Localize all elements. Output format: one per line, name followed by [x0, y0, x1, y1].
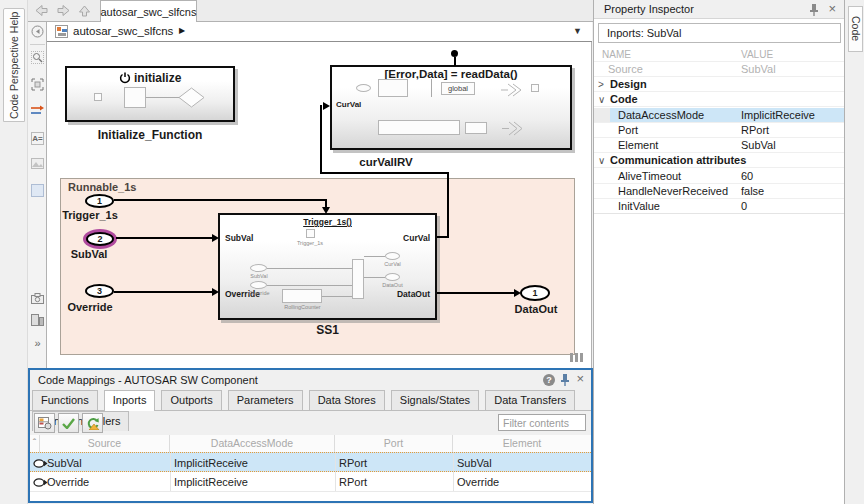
- prop-value[interactable]: SubVal: [741, 138, 776, 153]
- tab-data-stores[interactable]: Data Stores: [309, 390, 385, 410]
- chevron-down-icon[interactable]: ∨: [598, 153, 605, 168]
- code-tab[interactable]: Code: [848, 6, 863, 52]
- chevron-down-icon[interactable]: ∨: [598, 92, 605, 107]
- filter-contents-input[interactable]: [498, 414, 586, 431]
- tab-inports[interactable]: Inports: [104, 390, 156, 411]
- ss1-label: SS1: [218, 323, 437, 337]
- zoom-icon[interactable]: [31, 51, 44, 64]
- canvas-resize-grip[interactable]: [570, 352, 585, 364]
- name-column-header: NAME: [602, 47, 631, 62]
- readdata-block[interactable]: [Error,Data] = readData() CurVal global: [330, 65, 572, 150]
- signal-routing-icon[interactable]: [31, 105, 44, 118]
- toolbar-overflow-icon[interactable]: »: [31, 337, 44, 350]
- column-header-port[interactable]: Port: [335, 435, 453, 452]
- table-row-subval[interactable]: SubVal ImplicitReceive RPort SubVal: [30, 452, 591, 472]
- tab-functions[interactable]: Functions: [32, 390, 98, 410]
- validate-icon[interactable]: [58, 413, 79, 433]
- column-header-source[interactable]: Source: [40, 435, 170, 452]
- section-label: Code: [610, 92, 638, 107]
- inport-3[interactable]: 3: [85, 284, 114, 298]
- pi-section-design[interactable]: > Design: [594, 77, 844, 92]
- close-icon[interactable]: ×: [828, 2, 836, 15]
- fit-to-view-icon[interactable]: [31, 78, 44, 91]
- close-icon[interactable]: ×: [576, 372, 584, 385]
- signal-subval[interactable]: [116, 237, 212, 239]
- readdata-inner-block1: [378, 79, 408, 97]
- pi-row-element[interactable]: Element SubVal: [594, 138, 844, 153]
- forward-icon[interactable]: [56, 4, 71, 17]
- ss1-mini-curval: [385, 252, 400, 260]
- image-icon[interactable]: [31, 158, 44, 171]
- pi-row-alivetimeout[interactable]: AliveTimeout 60: [594, 169, 844, 184]
- pi-row-initvalue[interactable]: InitValue 0: [594, 199, 844, 214]
- prop-value[interactable]: ImplicitReceive: [741, 108, 815, 123]
- property-inspector-title: Property Inspector: [604, 3, 694, 15]
- pi-row-handleneverreceived[interactable]: HandleNeverReceived false: [594, 184, 844, 199]
- breadcrumb-model-name[interactable]: autosar_swc_slfcns: [73, 25, 173, 37]
- code-perspective-help-label: Code Perspective Help: [8, 11, 20, 118]
- screenshot-icon[interactable]: [31, 293, 44, 306]
- signal-curvalirv-4[interactable]: [320, 105, 322, 173]
- readdata-inner-block3: [465, 122, 487, 134]
- ss1-port-subval: SubVal: [225, 233, 253, 243]
- ss1-block[interactable]: Trigger_1s() Trigger_1s SubVal Override …: [218, 213, 437, 320]
- readdata-inner-square: [531, 84, 539, 92]
- pi-row-port[interactable]: Port RPort: [594, 123, 844, 138]
- table-row-override[interactable]: Override ImplicitReceive RPort Override: [30, 472, 591, 492]
- help-icon[interactable]: ?: [543, 374, 555, 386]
- model-canvas[interactable]: initialize Initialize_Function [Error,Da…: [47, 42, 592, 368]
- signal-curvalirv-2[interactable]: [447, 172, 449, 238]
- column-header-element[interactable]: Element: [453, 435, 591, 452]
- pin-icon[interactable]: [809, 3, 819, 16]
- tab-outports[interactable]: Outports: [161, 390, 221, 410]
- sort-column-header[interactable]: ˆ: [30, 435, 40, 452]
- ss1-mini-rollingcounter: [282, 289, 322, 303]
- tab-autosar-swc-slfcns[interactable]: autosar_swc_slfcns: [100, 0, 197, 22]
- breadcrumb-expand-icon[interactable]: ▶: [179, 26, 185, 35]
- update-code-mappings-icon[interactable]: [34, 413, 55, 433]
- outport-dataout[interactable]: 1: [520, 285, 550, 301]
- inport-1[interactable]: 1: [85, 194, 114, 208]
- prop-value[interactable]: 0: [741, 199, 747, 214]
- terminator-line[interactable]: [454, 57, 456, 66]
- viewmarks-icon[interactable]: [31, 314, 44, 327]
- signal-curvalirv-3[interactable]: [320, 172, 449, 174]
- pin-icon[interactable]: [560, 373, 570, 386]
- refresh-warning-icon[interactable]: [82, 413, 103, 433]
- code-perspective-help-tab[interactable]: Code Perspective Help: [3, 8, 25, 122]
- tab-data-transfers[interactable]: Data Transfers: [485, 390, 575, 410]
- signal-dataout-arrow: [514, 289, 521, 297]
- annotation-icon[interactable]: A=: [31, 132, 44, 145]
- pi-section-code[interactable]: ∨ Code: [594, 92, 844, 107]
- up-icon[interactable]: [78, 4, 91, 18]
- prop-value[interactable]: 60: [741, 169, 753, 184]
- prop-name: InitValue: [618, 199, 660, 214]
- chevron-right-icon[interactable]: >: [598, 77, 604, 92]
- initialize-function-label: Initialize_Function: [65, 128, 235, 142]
- prop-value[interactable]: RPort: [741, 123, 769, 138]
- column-header-dataaccessmode[interactable]: DataAccessMode: [170, 435, 335, 452]
- area-icon[interactable]: [31, 184, 44, 197]
- inport-2-selected[interactable]: 2: [86, 232, 114, 246]
- init-inner-diamond: [178, 87, 205, 108]
- tab-parameters[interactable]: Parameters: [228, 390, 303, 410]
- code-mappings-panel: Code Mappings - AUTOSAR SW Component ? ×…: [28, 368, 593, 503]
- breadcrumb-dropdown-icon[interactable]: ▼: [573, 26, 582, 36]
- pi-section-communication[interactable]: ∨ Communication attributes: [594, 153, 844, 168]
- terminator-dot[interactable]: [451, 50, 458, 57]
- code-mappings-toolbar: [30, 411, 591, 435]
- tab-signals-states[interactable]: Signals/States: [391, 390, 479, 410]
- row-gutter: [594, 108, 610, 122]
- pi-row-source[interactable]: Source SubVal: [594, 62, 844, 77]
- hide-explorer-bar-icon[interactable]: [31, 25, 44, 38]
- back-icon[interactable]: [34, 4, 49, 17]
- signal-trigger1s[interactable]: [114, 199, 327, 201]
- prop-value[interactable]: false: [741, 184, 764, 199]
- signal-dataout[interactable]: [437, 292, 514, 294]
- pi-column-header-row: NAME VALUE: [594, 47, 844, 62]
- inspector-context-box[interactable]: Inports: SubVal: [598, 23, 841, 43]
- pi-row-dataaccessmode[interactable]: DataAccessMode ImplicitReceive: [594, 108, 844, 123]
- signal-override[interactable]: [114, 291, 212, 293]
- signal-subval-arrow: [212, 234, 219, 242]
- initialize-function-block[interactable]: initialize: [65, 66, 235, 122]
